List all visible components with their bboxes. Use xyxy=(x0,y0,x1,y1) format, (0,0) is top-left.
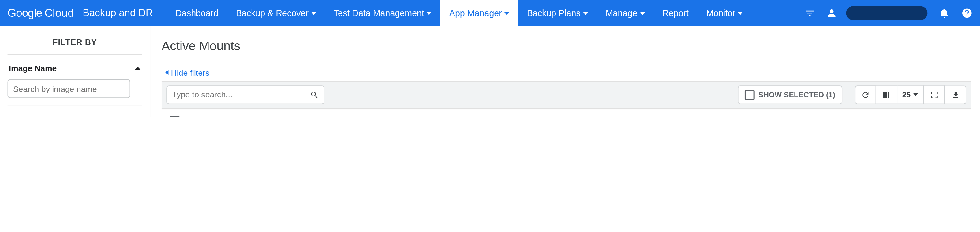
nav-report[interactable]: Report xyxy=(654,0,697,26)
nav-label: Report xyxy=(662,8,689,18)
table-header: APPLICATION NA… SOURCE HOST MOUNTED HOST… xyxy=(162,109,971,117)
fullscreen-icon xyxy=(930,90,939,99)
product-name: Backup and DR xyxy=(83,8,153,19)
image-name-search-input[interactable] xyxy=(8,79,130,98)
filter-head-image-name[interactable]: Image Name xyxy=(8,62,142,76)
page-size-select[interactable]: 25 xyxy=(897,85,924,104)
table-search-input[interactable] xyxy=(172,90,310,99)
chevron-down-icon xyxy=(640,12,644,15)
nav-label: App Manager xyxy=(449,8,502,18)
show-selected-button[interactable]: SHOW SELECTED (1) xyxy=(738,85,842,104)
nav-monitor[interactable]: Monitor xyxy=(697,0,752,26)
search-icon[interactable] xyxy=(310,90,319,99)
nav-test-data[interactable]: Test Data Management xyxy=(325,0,441,26)
filter-head-source-action[interactable]: Source Action xyxy=(8,112,142,117)
search-box[interactable] xyxy=(167,85,325,104)
chevron-down-icon xyxy=(504,12,509,15)
help-icon[interactable] xyxy=(961,8,973,19)
brand-cloud: Cloud xyxy=(45,6,74,19)
filter-input-wrap xyxy=(8,79,130,98)
sidebar: FILTER BY Image Name Source Action Selec… xyxy=(0,26,150,117)
show-selected-text: SHOW SELECTED (1) xyxy=(759,90,835,99)
fullscreen-button[interactable] xyxy=(924,85,945,104)
main-content: Active Mounts Hide filters SHOW SELECTED… xyxy=(155,26,980,117)
brand: Google Cloud xyxy=(8,6,74,19)
chevron-down-icon xyxy=(311,12,316,15)
page-size-value: 25 xyxy=(902,90,910,99)
mounts-table: APPLICATION NA… SOURCE HOST MOUNTED HOST… xyxy=(162,108,971,117)
chevron-down-icon xyxy=(738,12,743,15)
filter-section-source-action: Source Action Select: ALL | NONE Clone M… xyxy=(8,106,142,117)
chevron-down-icon xyxy=(913,93,918,96)
nav-label: Dashboard xyxy=(175,8,218,18)
nav-label: Monitor xyxy=(706,8,735,18)
filter-label: Image Name xyxy=(9,64,57,73)
checkbox-icon xyxy=(170,116,180,117)
chevron-up-icon xyxy=(135,67,141,70)
refresh-button[interactable] xyxy=(854,85,876,104)
nav-backup-plans[interactable]: Backup Plans xyxy=(518,0,597,26)
table-toolbar: SHOW SELECTED (1) 25 xyxy=(162,81,971,108)
nav-label: Backup & Recover xyxy=(236,8,309,18)
nav-app-manager[interactable]: App Manager xyxy=(441,0,518,26)
nav-right xyxy=(805,6,972,20)
triangle-left-icon xyxy=(165,70,168,75)
columns-icon xyxy=(882,90,891,99)
user-name-redacted xyxy=(846,6,928,20)
nav-items: Dashboard Backup & Recover Test Data Man… xyxy=(167,0,752,26)
nav-label: Manage xyxy=(606,8,638,18)
chevron-down-icon xyxy=(583,12,588,15)
nav-backup-recover[interactable]: Backup & Recover xyxy=(227,0,325,26)
bell-icon[interactable] xyxy=(939,8,950,19)
brand-google: Google xyxy=(8,6,42,19)
refresh-icon xyxy=(861,90,870,99)
header-checkbox[interactable] xyxy=(162,116,188,117)
hide-filters-text: Hide filters xyxy=(171,68,210,77)
filter-by-title: FILTER BY xyxy=(8,26,142,55)
page-title: Active Mounts xyxy=(162,39,971,53)
nav-manage[interactable]: Manage xyxy=(597,0,654,26)
chevron-down-icon xyxy=(426,12,431,15)
nav-label: Test Data Management xyxy=(334,8,424,18)
filter-section-image-name: Image Name xyxy=(8,55,142,106)
nav-dashboard[interactable]: Dashboard xyxy=(167,0,227,26)
filter-icon[interactable] xyxy=(805,8,815,18)
columns-button[interactable] xyxy=(876,85,897,104)
checkbox-icon xyxy=(745,90,755,100)
download-icon xyxy=(951,90,960,99)
hide-filters-link[interactable]: Hide filters xyxy=(165,68,209,77)
tool-group: 25 xyxy=(854,85,966,104)
nav-label: Backup Plans xyxy=(527,8,581,18)
user-icon[interactable] xyxy=(826,8,837,19)
toolbar-right: SHOW SELECTED (1) 25 xyxy=(738,85,966,104)
download-button[interactable] xyxy=(945,85,967,104)
top-nav: Google Cloud Backup and DR Dashboard Bac… xyxy=(0,0,980,26)
filter-label: Source Action xyxy=(9,115,64,117)
